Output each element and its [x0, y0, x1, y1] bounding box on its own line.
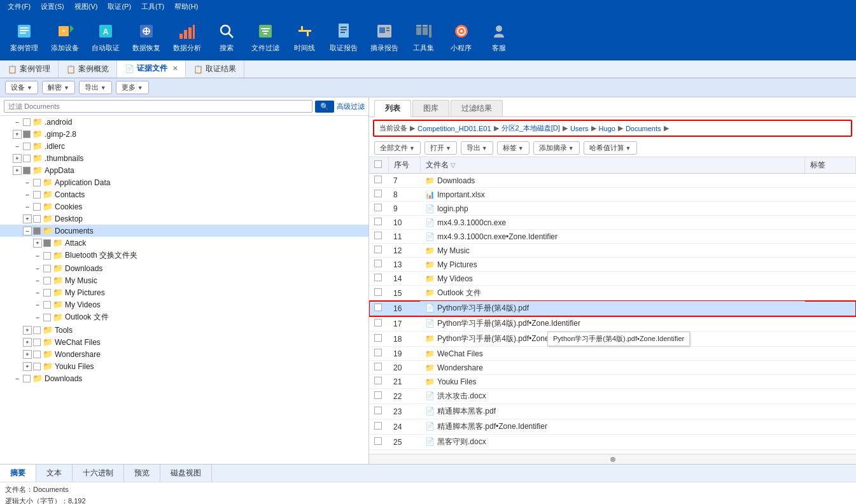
expand-desktop[interactable]: +	[23, 214, 32, 223]
check-wondershare[interactable]	[33, 351, 41, 358]
table-row[interactable]: 17 📄Python学习手册(第4版).pdf•Zone.Identifier	[369, 316, 856, 332]
breadcrumb-item-3[interactable]: Hugo	[599, 125, 615, 132]
check-documents[interactable]	[33, 227, 41, 235]
table-row[interactable]: 16 📄Python学习手册(第4版).pdf	[369, 301, 856, 316]
tree-item-android[interactable]: – 📁 .android	[0, 116, 368, 128]
tree-item-idlerc[interactable]: – 📁 .idlerc	[0, 140, 368, 152]
check-appdata[interactable]	[23, 167, 31, 174]
tab-gallery[interactable]: 图库	[412, 100, 449, 116]
row-check-cell[interactable]	[369, 174, 388, 188]
table-row[interactable]: 21 📁Youku Files	[369, 375, 856, 389]
all-files-btn[interactable]: 全部文件 ▼	[374, 141, 421, 155]
tree-item-contacts[interactable]: – 📁 Contacts	[0, 188, 368, 200]
add-extract-btn[interactable]: 添加摘录 ▼	[533, 141, 580, 155]
tree-item-appdata[interactable]: + 📁 AppData	[0, 164, 368, 176]
tab-list[interactable]: 列表	[374, 100, 411, 117]
search-btn-toolbar[interactable]: 搜索	[209, 18, 244, 55]
check-idlerc[interactable]	[23, 143, 31, 150]
table-row[interactable]: 9 📄login.php	[369, 202, 856, 216]
timeline-btn[interactable]: 时间线	[287, 18, 322, 55]
check-outlook[interactable]	[43, 314, 51, 321]
export-btn[interactable]: 导出 ▼	[79, 81, 112, 94]
col-tag-header[interactable]: 标签	[805, 157, 856, 174]
row-check-cell[interactable]	[369, 216, 388, 230]
menu-settings[interactable]: 设置(S)	[38, 2, 67, 11]
tree-item-gimp[interactable]: + 📁 .gimp-2.8	[0, 128, 368, 140]
check-android[interactable]	[23, 118, 31, 126]
auto-extract-btn[interactable]: A 自动取证	[87, 18, 125, 55]
tree-item-outlook[interactable]: – 📁 Outlook 文件	[0, 311, 368, 324]
expand-attack[interactable]: +	[33, 239, 42, 248]
table-row[interactable]: 23 📄精通脚本黑客.pdf	[369, 404, 856, 419]
table-row[interactable]: 12 📁My Music	[369, 244, 856, 258]
table-row[interactable]: 14 📁My Videos	[369, 272, 856, 286]
check-desktop[interactable]	[33, 215, 41, 223]
tab-evidence-file[interactable]: 📄 证据文件 ✕	[117, 60, 186, 78]
table-row[interactable]: 25 📄黑客守则.docx	[369, 435, 856, 450]
tab-case-overview[interactable]: 📋 案例概览	[59, 60, 117, 78]
tag-btn[interactable]: 标签 ▼	[497, 141, 530, 155]
check-appdata2[interactable]	[33, 179, 41, 186]
tree-item-cookies[interactable]: – 📁 Cookies	[0, 200, 368, 213]
hash-btn[interactable]: 哈希值计算 ▼	[584, 141, 637, 155]
tab-filter[interactable]: 过滤结果	[451, 100, 503, 116]
tree-item-tools[interactable]: + 📁 Tools	[0, 324, 368, 336]
check-mymusic[interactable]	[43, 277, 51, 284]
check-bluetooth[interactable]	[43, 252, 51, 260]
row-check-cell[interactable]	[369, 301, 388, 316]
expand-tools[interactable]: +	[23, 326, 32, 335]
forensic-report-btn[interactable]: 取证报告	[325, 18, 363, 55]
table-row[interactable]: 15 📁Outlook 文件	[369, 286, 856, 301]
expand-wechat[interactable]: +	[23, 338, 32, 347]
row-check-cell[interactable]	[369, 375, 388, 389]
row-check-cell[interactable]	[369, 286, 388, 301]
row-check-cell[interactable]	[369, 244, 388, 258]
check-gimp[interactable]	[23, 130, 31, 138]
tools-btn[interactable]: 工具集	[406, 18, 441, 55]
expand-wondershare[interactable]: +	[23, 350, 32, 359]
menu-forensics[interactable]: 取证(P)	[105, 2, 134, 11]
expand-gimp[interactable]: +	[13, 130, 22, 139]
check-thumbnails[interactable]	[23, 155, 31, 162]
tree-item-bluetooth[interactable]: – 📁 Bluetooth 交换文件夹	[0, 249, 368, 262]
menu-help[interactable]: 帮助(H)	[172, 2, 200, 11]
tree-item-desktop[interactable]: + 📁 Desktop	[0, 213, 368, 225]
table-row[interactable]: 18 📁Python学习手册(第4版).pdf•Zone.IdentifierP…	[369, 332, 856, 347]
tree-item-mypictures[interactable]: – 📁 My Pictures	[0, 286, 368, 298]
row-check-cell[interactable]	[369, 435, 388, 450]
bottom-tab-hex[interactable]: 十六进制	[73, 465, 124, 482]
row-check-cell[interactable]	[369, 202, 388, 216]
expand-youku[interactable]: +	[23, 362, 32, 371]
tree-item-myvideos[interactable]: – 📁 My Videos	[0, 298, 368, 311]
check-attack[interactable]	[43, 239, 51, 247]
horizontal-scrollbar[interactable]	[369, 454, 856, 464]
bottom-tab-disk[interactable]: 磁盘视图	[160, 465, 212, 482]
file-filter-btn[interactable]: 文件过滤	[246, 18, 284, 55]
tree-item-mymusic[interactable]: – 📁 My Music	[0, 274, 368, 286]
check-myvideos[interactable]	[43, 301, 51, 309]
tree-item-appdata2[interactable]: – 📁 Application Data	[0, 176, 368, 188]
check-mypictures[interactable]	[43, 289, 51, 297]
row-check-cell[interactable]	[369, 347, 388, 361]
adv-filter-link[interactable]: 高级过滤	[337, 102, 365, 111]
table-row[interactable]: 8 📊Important.xlsx	[369, 188, 856, 202]
device-btn[interactable]: 设备 ▼	[5, 81, 38, 94]
file-export-btn[interactable]: 导出 ▼	[461, 141, 493, 155]
customer-service-btn[interactable]: 客服	[481, 18, 516, 55]
row-check-cell[interactable]	[369, 316, 388, 332]
more-btn[interactable]: 更多 ▼	[116, 81, 149, 94]
row-check-cell[interactable]	[369, 258, 388, 272]
bottom-tab-preview[interactable]: 预览	[124, 465, 160, 482]
table-row[interactable]: 24 📄精通脚本黑客.pdf•Zone.Identifier	[369, 419, 856, 435]
check-youku[interactable]	[33, 363, 41, 370]
open-btn[interactable]: 打开 ▼	[424, 141, 457, 155]
table-row[interactable]: 10 📄mx4.9.3.1000cn.exe	[369, 216, 856, 230]
add-device-btn[interactable]: + 添加设备	[46, 18, 84, 55]
row-check-cell[interactable]	[369, 272, 388, 286]
check-wechat[interactable]	[33, 339, 41, 346]
check-contacts[interactable]	[33, 191, 41, 199]
row-check-cell[interactable]	[369, 361, 388, 375]
table-row[interactable]: 19 📁WeChat Files	[369, 347, 856, 361]
tab-evidence-close[interactable]: ✕	[172, 65, 178, 72]
breadcrumb-item-4[interactable]: Documents	[626, 125, 661, 132]
